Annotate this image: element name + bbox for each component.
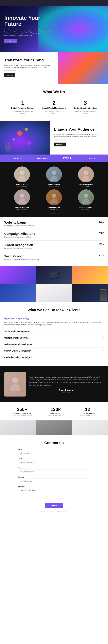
person-silhouette-samuel: [82, 191, 90, 204]
message-input[interactable]: [18, 488, 90, 499]
accordion-chevron-1: ∨: [102, 318, 104, 320]
timeline-title-1: Website Launch: [4, 221, 34, 224]
person-silhouette: [18, 168, 26, 180]
contact-section: Contact us Name Email Phone Subject Mess…: [0, 435, 108, 518]
accordion-title-3: Content Creation Services: [4, 337, 30, 339]
team-name-phoebe: PHOEBE NELSON: [7, 206, 37, 208]
stat-label-2: HAPPY CLIENTS: [48, 413, 63, 414]
accordion-item-6[interactable]: Paid Advertising Campaigns ∨: [4, 354, 104, 360]
accordion-chevron-6: ∨: [102, 356, 104, 358]
testimonial-name: Roxie Swanson: [30, 389, 104, 391]
timeline-subtitle-3: Honored as Best Digital Agency of the Ye…: [4, 248, 33, 249]
stat-label-3: YEARS OF EXPERTISE: [80, 413, 96, 414]
team-img-credit: Image from Freepik: [3, 212, 105, 214]
team-member-samuel: SAMUEL SCHIOK Sales Manager: [71, 190, 101, 210]
team-role-phoebe: Advertising Manager: [7, 208, 37, 210]
team-member-jennie: JENNIE ROBERTS Vice President: [71, 166, 101, 187]
stat-sub-3: Years in Digital Innovation: [80, 414, 96, 416]
accordion-chevron-4: ∨: [102, 343, 104, 346]
team-role-nat: Accountant/Auditor: [7, 186, 37, 187]
hamburger-icon[interactable]: ☰: [53, 2, 55, 4]
stat-number-3: 12: [80, 407, 96, 412]
logo-bar: CROLLA ◈ BINANCE EVGA TESLA: [0, 154, 108, 162]
name-field-group: Name: [18, 448, 90, 456]
accordion-item-2[interactable]: Social Media Management ∨: [4, 328, 104, 335]
timeline-year-3: 2023: [98, 243, 104, 246]
timeline-title-2: Campaign Milestone: [4, 232, 35, 236]
person-silhouette-frank: [50, 168, 58, 180]
testimonial-person: [4, 372, 26, 396]
transform-content: Transform Your Brand At vero eos et accu…: [0, 52, 58, 84]
stat-item-3: 12 YEARS OF EXPERTISE Years in Digital I…: [80, 407, 96, 416]
email-field-group: Email: [18, 458, 90, 465]
service-number-1: 1: [10, 100, 36, 106]
accordion-title-6: Paid Advertising Campaigns: [4, 356, 32, 358]
stat-item-2: 130k HAPPY CLIENTS Brands Partnering wit…: [48, 407, 63, 416]
services-accordion-section: What We Can Do for Our Clients Digital M…: [0, 302, 108, 366]
team-photo-nat: [14, 166, 30, 182]
gallery-item-1: [0, 266, 36, 284]
subject-label: Subject: [18, 476, 90, 478]
team-member-phoebe: PHOEBE NELSON Advertising Manager: [7, 190, 37, 210]
email-label: Email: [18, 458, 90, 460]
gallery-section: [0, 266, 108, 302]
timeline-subtitle-4: Welcoming 10 New Talented Professionals …: [4, 259, 40, 260]
engage-text: At vero eos et accusam et justo duo dolo…: [54, 133, 104, 138]
team-name-jennie: JENNIE ROBERTS: [71, 184, 101, 185]
logo-tesla: TESLA: [87, 157, 96, 160]
stat-item-1: 250+ PROJECTS COMPLETED Successful Campa…: [12, 407, 32, 416]
phone-input[interactable]: [18, 469, 90, 474]
team-photo-frank: [46, 166, 62, 182]
team-photo-jennie: [78, 166, 94, 182]
accordion-chevron-5: ∨: [102, 350, 104, 352]
navigation: ☰: [0, 0, 108, 6]
person-silhouette-phoebe: [18, 191, 26, 204]
gallery2-item-2: [36, 420, 72, 435]
name-label: Name: [18, 448, 90, 450]
logo-crolla: CROLLA: [12, 157, 22, 160]
timeline-year-4: 2024: [98, 254, 104, 257]
subject-field-group: Subject: [18, 476, 90, 484]
timeline-item-3: Award Recognition Honored as Best Digita…: [4, 240, 104, 252]
accordion-title-5: Search Engine Optimization: [4, 350, 31, 352]
transform-title: Transform Your Brand: [4, 58, 54, 62]
hero-cta-button[interactable]: Contact Us: [4, 39, 17, 43]
team-photo-celia: [46, 190, 62, 205]
hero-content: Innovate Your Future Lorem ipsum dolor s…: [0, 9, 58, 49]
testimonial-content: "Lorem quisquam vel quisquam ipsum Lorem…: [30, 376, 104, 393]
team-name-frank: FRANK KINNEY: [39, 184, 69, 185]
stat-number-2: 130k: [48, 407, 63, 412]
accordion-item-3[interactable]: Content Creation Services ∨: [4, 335, 104, 341]
engage-hand-icon: 🖐: [3, 142, 14, 152]
team-member-frank: FRANK KINNEY Financial Director: [39, 166, 69, 187]
transform-image: [58, 52, 108, 84]
stat-label-1: PROJECTS COMPLETED: [12, 413, 32, 414]
logo-binance: ◈ BINANCE: [37, 157, 48, 160]
transform-about-button[interactable]: About Us: [4, 73, 15, 77]
email-input[interactable]: [18, 460, 90, 465]
accordion-item-4[interactable]: Web Design and Development ∨: [4, 341, 104, 348]
service-title-3: Content Creation Services: [72, 107, 98, 109]
stats-section: 250+ PROJECTS COMPLETED Successful Campa…: [0, 402, 108, 420]
submit-button[interactable]: Submit: [45, 503, 63, 508]
accordion-item-1[interactable]: Digital Marketing Strategy ∨ At vero eos…: [4, 315, 104, 328]
team-grid: NAT REYNOLDS Accountant/Auditor FRANK KI…: [7, 166, 101, 210]
engage-title: Engage Your Audience: [54, 127, 104, 132]
engage-visual: 🖐: [0, 121, 50, 154]
service-item-1: 1 Digital Marketing Strategy Sample text…: [7, 98, 38, 116]
gallery-item-2: [36, 266, 72, 284]
gallery2-section: [0, 420, 108, 435]
timeline-item-4-left: Team Growth Welcoming 10 New Talented Pr…: [4, 254, 40, 260]
testimonial-photo: [4, 372, 26, 396]
what-we-do-section: What We Do 1 Digital Marketing Strategy …: [0, 84, 108, 121]
subject-input[interactable]: [18, 478, 90, 484]
engage-read-more-button[interactable]: Read More: [54, 142, 66, 146]
accordion-item-5[interactable]: Search Engine Optimization ∨: [4, 348, 104, 354]
services-grid: 1 Digital Marketing Strategy Sample text…: [7, 98, 101, 116]
hero-title: Innovate Your Future: [4, 15, 53, 27]
stat-number-1: 250+: [12, 407, 32, 412]
service-text-1: Sample text. Click to select the Text El…: [10, 110, 36, 114]
what-we-do-title: What We Do: [3, 90, 105, 94]
name-input[interactable]: [18, 451, 90, 456]
team-section: NAT REYNOLDS Accountant/Auditor FRANK KI…: [0, 162, 108, 217]
